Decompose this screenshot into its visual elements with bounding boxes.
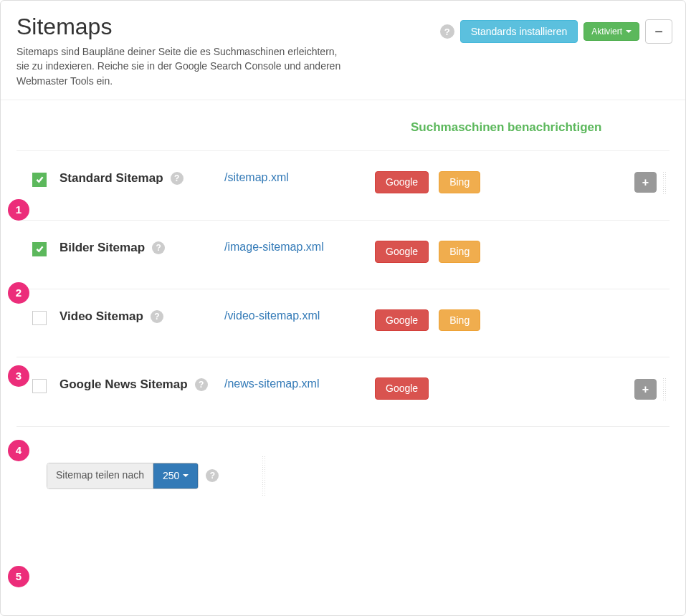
sitemap-title: Video Sitemap <box>59 309 143 324</box>
status-label: Aktiviert <box>591 27 622 37</box>
notify-bing-button[interactable]: Bing <box>439 241 480 263</box>
help-icon[interactable]: ? <box>195 378 208 391</box>
sitemap-row: Bilder Sitemap?/image-sitemap.xmlGoogleB… <box>16 220 670 289</box>
split-value: 250 <box>163 470 179 482</box>
sitemap-title: Bilder Sitemap <box>59 241 145 255</box>
drag-handle-icon[interactable] <box>662 171 667 194</box>
expand-button[interactable]: + <box>634 379 657 400</box>
split-label: Sitemap teilen nach <box>47 463 153 489</box>
help-icon[interactable]: ? <box>440 24 454 39</box>
help-icon[interactable]: ? <box>171 172 184 185</box>
caret-down-icon <box>626 30 632 33</box>
sitemap-title: Google News Sitemap <box>59 377 188 392</box>
sitemap-url-link[interactable]: /news-sitemap.xml <box>224 377 319 390</box>
notify-google-button[interactable]: Google <box>375 377 429 400</box>
notify-bing-button[interactable]: Bing <box>439 309 480 332</box>
sitemaps-panel: Sitemaps Sitemaps sind Baupläne deiner S… <box>0 0 686 616</box>
expand-button[interactable]: + <box>634 172 657 193</box>
sitemap-list: Standard Sitemap?/sitemap.xmlGoogleBing+… <box>16 150 670 428</box>
annotation-bullet-2: 2 <box>8 282 29 304</box>
vertical-separator <box>262 456 266 496</box>
notify-google-button[interactable]: Google <box>375 309 429 332</box>
split-value-dropdown[interactable]: 250 <box>153 463 198 489</box>
install-defaults-button[interactable]: Standards installieren <box>460 20 578 44</box>
help-icon[interactable]: ? <box>152 241 165 254</box>
panel-body: Suchmaschinen benachrichtigen Standard S… <box>1 100 685 511</box>
header-actions: ? Standards installieren Aktiviert − <box>440 19 672 44</box>
enable-checkbox[interactable] <box>32 311 47 325</box>
sitemap-title: Standard Sitemap <box>59 171 163 186</box>
sitemap-row: Google News Sitemap?/news-sitemap.xmlGoo… <box>16 357 670 427</box>
panel-header: Sitemaps Sitemaps sind Baupläne deiner S… <box>1 1 685 100</box>
sitemap-row: Video Sitemap?/video-sitemap.xmlGoogleBi… <box>16 289 670 357</box>
split-input-group: Sitemap teilen nach 250 <box>47 463 199 489</box>
annotation-bullet-4: 4 <box>8 440 29 461</box>
collapse-button[interactable]: − <box>645 19 672 44</box>
help-icon[interactable]: ? <box>151 310 163 323</box>
sitemap-url-link[interactable]: /image-sitemap.xml <box>224 241 324 253</box>
footer-section: Sitemap teilen nach 250 ? <box>47 427 670 496</box>
annotation-bullet-5: 5 <box>8 566 29 587</box>
caret-down-icon <box>183 474 189 477</box>
notify-google-button[interactable]: Google <box>375 241 429 263</box>
notify-google-button[interactable]: Google <box>375 171 429 193</box>
notify-header: Suchmaschinen benachrichtigen <box>411 100 670 142</box>
drag-handle-icon[interactable] <box>662 377 667 400</box>
sitemap-url-link[interactable]: /sitemap.xml <box>224 171 289 183</box>
notify-bing-button[interactable]: Bing <box>439 171 480 193</box>
sitemap-url-link[interactable]: /video-sitemap.xml <box>224 309 320 322</box>
annotation-bullet-1: 1 <box>8 199 29 221</box>
sitemap-row: Standard Sitemap?/sitemap.xmlGoogleBing+ <box>16 150 670 220</box>
enable-checkbox[interactable] <box>32 379 47 393</box>
page-description: Sitemaps sind Baupläne deiner Seite die … <box>16 44 346 88</box>
help-icon[interactable]: ? <box>206 469 219 482</box>
enable-checkbox[interactable] <box>32 173 47 187</box>
enable-checkbox[interactable] <box>32 242 47 256</box>
annotation-bullet-3: 3 <box>8 365 29 387</box>
status-dropdown[interactable]: Aktiviert <box>583 22 639 41</box>
